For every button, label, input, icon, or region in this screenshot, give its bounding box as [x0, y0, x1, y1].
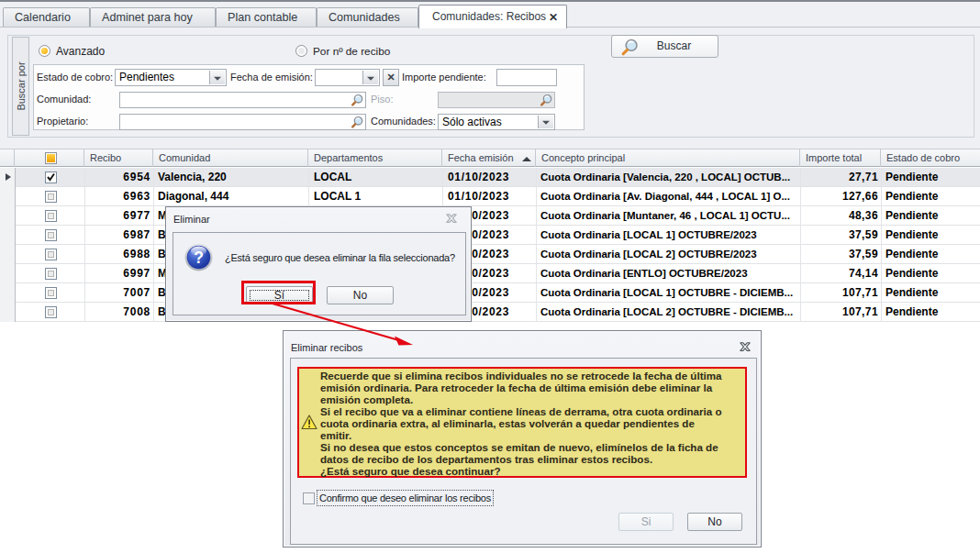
svg-text:?: ? — [194, 249, 204, 267]
